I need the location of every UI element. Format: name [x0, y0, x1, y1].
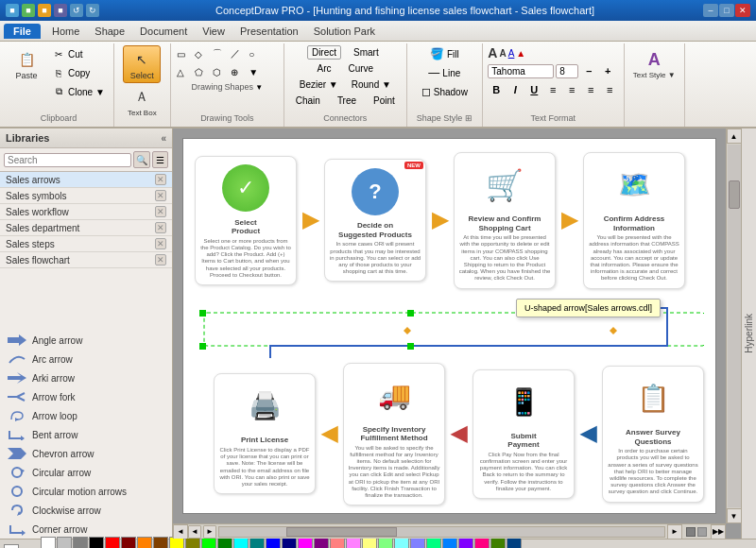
color-swatch-brown[interactable]: [153, 537, 168, 548]
shadow-button[interactable]: ◻ Shadow: [417, 83, 472, 100]
textbox-button[interactable]: Ａ Text Box: [123, 83, 162, 120]
drawing-shape-6[interactable]: △: [175, 63, 192, 80]
card-answer-survey[interactable]: 📋 Answer SurveyQuestions In order to pur…: [602, 366, 704, 503]
drawing-shape-7[interactable]: ⬠: [193, 63, 210, 80]
drawing-shape-5[interactable]: ○: [247, 45, 264, 62]
drawing-shape-3[interactable]: ⌒: [211, 45, 228, 62]
menu-document[interactable]: Document: [132, 24, 195, 39]
scroll-track-h[interactable]: [218, 526, 665, 538]
direct-connector-button[interactable]: Direct: [307, 45, 341, 60]
card-decide-suggested[interactable]: NEW ? Decide onSuggested Products In som…: [324, 159, 426, 282]
card-select-product[interactable]: ✓ SelectProduct Select one or more produ…: [195, 156, 297, 285]
lib-close-sales-arrows[interactable]: ✕: [155, 174, 166, 185]
drawing-shape-8[interactable]: ⬡: [211, 63, 228, 80]
canvas-area[interactable]: ✓ SelectProduct Select one or more produ…: [173, 128, 741, 539]
panel-collapse-button[interactable]: «: [161, 133, 166, 144]
shape-arrow-fork[interactable]: Arrow fork: [0, 387, 172, 406]
shape-circular-arrow[interactable]: Circular arrow: [0, 463, 172, 482]
bold-button[interactable]: B: [488, 81, 505, 98]
scroll-thumb-h[interactable]: [286, 527, 398, 537]
vertical-scrollbar[interactable]: ▲ ▼: [726, 128, 741, 523]
shape-clockwise-arrow[interactable]: Clockwise arrow: [0, 501, 172, 520]
curve-connector-button[interactable]: Curve: [343, 61, 378, 76]
lib-item-sales-symbols[interactable]: Sales symbols ✕: [0, 188, 172, 204]
lib-item-sales-workflow[interactable]: Sales workflow ✕: [0, 204, 172, 220]
lib-close-sales-department[interactable]: ✕: [155, 222, 166, 233]
cut-button[interactable]: ✂ Cut: [47, 45, 110, 62]
lib-item-sales-steps[interactable]: Sales steps ✕: [0, 236, 172, 252]
round-connector-button[interactable]: Round ▼: [347, 77, 396, 92]
align-left-button[interactable]: ≡: [544, 81, 561, 98]
shape-circular-motion[interactable]: Circular motion arrows: [0, 482, 172, 501]
scroll-end-button[interactable]: ▶▶: [711, 524, 726, 539]
lib-close-sales-symbols[interactable]: ✕: [155, 190, 166, 201]
minimize-button[interactable]: –: [703, 4, 718, 17]
diagram-canvas[interactable]: ✓ SelectProduct Select one or more produ…: [182, 138, 716, 514]
italic-button[interactable]: I: [507, 81, 524, 98]
hyperlink-label[interactable]: Hyperlink: [744, 314, 754, 353]
shape-arrow-loop[interactable]: Arrow loop: [0, 406, 172, 425]
menu-home[interactable]: Home: [44, 24, 87, 39]
line-button[interactable]: — Line: [423, 64, 465, 81]
card-print-license[interactable]: 🖨️ Print License Click Print License to …: [214, 373, 316, 494]
redo-icon[interactable]: ↻: [86, 4, 99, 17]
card-specify-inventory[interactable]: 🚚 Specify InventoryFulfillment Method Yo…: [343, 363, 445, 506]
shape-corner-arrow[interactable]: Corner arrow: [0, 520, 172, 539]
card-confirm-address[interactable]: 🗺️ Confirm AddressInformation You will b…: [583, 152, 685, 289]
next-page-button[interactable]: ►: [203, 525, 216, 539]
font-size-input[interactable]: [556, 64, 578, 78]
color-swatch-white[interactable]: [41, 537, 56, 548]
search-input[interactable]: [4, 153, 131, 167]
scroll-down-button[interactable]: ▼: [727, 508, 742, 523]
bg-color-swatch[interactable]: [4, 544, 19, 548]
horizontal-scrollbar[interactable]: ◄ ◄ ► ► ▶▶: [173, 523, 726, 539]
maximize-button[interactable]: □: [719, 4, 734, 17]
shape-angle-arrow[interactable]: Angle arrow: [0, 331, 172, 350]
scroll-thumb-v[interactable]: [729, 180, 740, 209]
lib-close-sales-steps[interactable]: ✕: [155, 238, 166, 249]
scroll-left-button[interactable]: ◄: [173, 524, 188, 539]
menu-solution-park[interactable]: Solution Park: [306, 24, 383, 39]
prev-page-button[interactable]: ◄: [188, 525, 201, 539]
menu-view[interactable]: View: [195, 24, 232, 39]
filter-button[interactable]: ☰: [152, 151, 169, 168]
color-dropper-button[interactable]: ⬚: [24, 545, 36, 549]
lib-close-sales-workflow[interactable]: ✕: [155, 206, 166, 217]
decrease-font-button[interactable]: –: [580, 62, 597, 79]
color-swatch-orange[interactable]: [137, 537, 152, 548]
bezier-connector-button[interactable]: Bezier ▼: [295, 77, 343, 92]
scroll-right-button[interactable]: ►: [667, 524, 682, 539]
drawing-shapes-more[interactable]: ▼: [247, 63, 264, 80]
shape-arki-arrow[interactable]: Arki arrow: [0, 368, 172, 387]
drawing-shape-2[interactable]: ◇: [193, 45, 210, 62]
color-swatch-darkred[interactable]: [121, 537, 136, 548]
tree-connector-button[interactable]: Tree: [333, 94, 361, 108]
menu-shape[interactable]: Shape: [87, 24, 132, 39]
scroll-up-button[interactable]: ▲: [727, 128, 742, 144]
fill-button[interactable]: 🪣 Fill: [425, 45, 464, 62]
arc-connector-button[interactable]: Arc: [312, 61, 335, 76]
color-swatch-red[interactable]: [105, 537, 120, 548]
shape-chevron-arrow[interactable]: Chevron arrow: [0, 444, 172, 463]
align-center-button[interactable]: ≡: [563, 81, 580, 98]
undo-icon[interactable]: ↺: [70, 4, 83, 17]
menu-file[interactable]: File: [4, 24, 41, 39]
drawing-shape-9[interactable]: ⊕: [229, 63, 246, 80]
font-name-input[interactable]: [488, 64, 554, 78]
card-review-confirm[interactable]: 🛒 Review and ConfirmShopping Cart At thi…: [454, 152, 556, 289]
lib-item-sales-flowchart[interactable]: Sales flowchart ✕: [0, 252, 172, 268]
drawing-shape-4[interactable]: ／: [229, 45, 246, 62]
drawing-shape-1[interactable]: ▭: [175, 45, 192, 62]
drawing-shapes-button[interactable]: Drawing Shapes ▼: [192, 82, 263, 92]
shape-arc-arrow[interactable]: Arc arrow: [0, 350, 172, 368]
smart-connector-button[interactable]: Smart: [349, 45, 384, 60]
color-swatch-gray[interactable]: [73, 537, 88, 548]
select-button[interactable]: ↖ Select: [123, 45, 161, 83]
clone-button[interactable]: ⧉ Clone ▼: [47, 83, 110, 100]
align-right-button[interactable]: ≡: [582, 81, 599, 98]
shape-bent-arrow[interactable]: Bent arrow: [0, 425, 172, 444]
align-justify-button[interactable]: ≡: [601, 81, 618, 98]
scroll-track-v[interactable]: [728, 145, 741, 507]
color-swatch-black[interactable]: [89, 537, 104, 548]
card-submit-payment[interactable]: 📱 SubmitPayment Click Pay Now from the f…: [472, 369, 575, 499]
